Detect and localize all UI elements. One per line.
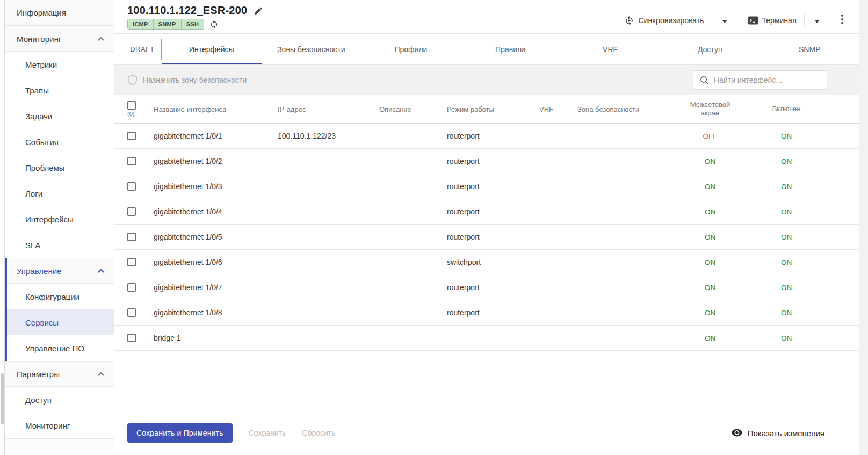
table-row[interactable]: gigabitethernet 1/0/5 routerport ON ON (114, 225, 859, 250)
tab-vrf[interactable]: VRF (560, 34, 660, 64)
row-checkbox[interactable] (127, 132, 136, 140)
chevron-up-icon (98, 37, 104, 41)
sidebar-section-label: Мониторинг (17, 34, 61, 44)
terminal-dropdown-button[interactable] (810, 12, 824, 28)
sidebar-item-interfaces[interactable]: Интерфейсы (5, 206, 114, 232)
sidebar-section-parameters[interactable]: Параметры (5, 361, 114, 387)
row-checkbox[interactable] (127, 334, 136, 342)
tab-rules[interactable]: Правила (461, 34, 561, 64)
sidebar-item-label: Интерфейсы (25, 215, 74, 224)
refresh-icon[interactable] (209, 20, 219, 29)
sidebar-item-information[interactable]: Информация (5, 0, 114, 26)
sidebar-group-management: Управление Конфигурации Сервисы Управлен… (5, 258, 114, 361)
sidebar-item-tasks[interactable]: Задачи (5, 103, 114, 129)
row-checkbox[interactable] (127, 157, 136, 165)
reset-button[interactable]: Сбросить (302, 429, 335, 437)
sidebar-item-access[interactable]: Доступ (5, 387, 114, 413)
table-row[interactable]: gigabitethernet 1/0/8 routerport ON ON (114, 300, 859, 326)
interface-name: bridge 1 (154, 334, 278, 342)
row-checkbox[interactable] (127, 283, 136, 292)
chevron-down-icon (722, 16, 727, 25)
assign-zone-button[interactable]: Назначить зону безопасности (127, 75, 247, 86)
tab-label: DRAFT (130, 45, 154, 53)
save-button[interactable]: Сохранить (249, 429, 286, 437)
table-row[interactable]: gigabitethernet 1/0/6 switchport ON ON (114, 250, 859, 275)
row-checkbox[interactable] (127, 182, 136, 191)
sidebar-item-sla[interactable]: SLA (5, 232, 114, 258)
table-row[interactable]: gigabitethernet 1/0/3 routerport ON ON (114, 174, 859, 199)
sync-icon (624, 16, 634, 26)
mode: routerport (447, 283, 539, 292)
table-row[interactable]: gigabitethernet 1/0/1 100.110.1.122/23 r… (114, 124, 859, 149)
tab-access[interactable]: Доступ (660, 34, 760, 64)
tab-security-zones[interactable]: Зоны безопасности (262, 34, 361, 64)
row-checkbox[interactable] (127, 233, 136, 241)
synchronize-dropdown-button[interactable] (718, 12, 732, 28)
sidebar-item-metrics[interactable]: Метрики (5, 52, 114, 77)
table-toolbar: Назначить зону безопасности (114, 65, 859, 95)
mode: routerport (447, 157, 539, 165)
row-checkbox[interactable] (127, 258, 136, 266)
show-changes-button[interactable]: Показать изменения (731, 429, 824, 438)
search-input[interactable] (714, 76, 820, 84)
sidebar-section-monitoring[interactable]: Мониторинг (5, 26, 114, 52)
firewall-status: ON (672, 233, 748, 241)
tab-draft[interactable]: DRAFT (124, 34, 161, 64)
column-header-ip: IP-адрес (278, 105, 379, 113)
sidebar-item-logs[interactable]: Логи (5, 180, 114, 206)
interface-name: gigabitethernet 1/0/1 (154, 132, 278, 140)
ip-address: 100.110.1.122/23 (278, 132, 379, 140)
synchronize-button[interactable]: Синхронизировать (622, 12, 706, 29)
tab-interfaces[interactable]: Интерфейсы (162, 34, 262, 64)
sidebar-item-label: Информация (17, 8, 66, 17)
sidebar-scrollbar[interactable] (0, 0, 5, 455)
tab-label: Доступ (698, 45, 722, 54)
firewall-status: ON (672, 284, 748, 292)
sidebar-item-configurations[interactable]: Конфигурации (7, 284, 114, 309)
table-row[interactable]: gigabitethernet 1/0/7 routerport ON ON (114, 275, 859, 300)
table-row[interactable]: bridge 1 ON ON (114, 326, 859, 351)
sidebar-item-services[interactable]: Сервисы (7, 309, 114, 335)
sidebar-item-label: Конфигурации (25, 292, 79, 301)
more-options-button[interactable] (838, 12, 847, 28)
tab-label: Зоны безопасности (277, 45, 345, 54)
header-actions: Синхронизировать Терминал (622, 8, 847, 33)
tab-snmp[interactable]: SNMP (760, 34, 859, 64)
mode: routerport (447, 132, 539, 140)
sidebar-item-label: Доступ (25, 395, 52, 405)
kebab-menu-icon (841, 15, 843, 26)
sidebar-item-label: Логи (25, 189, 42, 198)
sidebar-item-label: Управление ПО (25, 344, 84, 353)
sidebar-item-monitoring-settings[interactable]: Мониторинг (5, 413, 114, 438)
tab-label: Интерфейсы (189, 45, 234, 54)
sidebar-item-label: SLA (25, 241, 40, 250)
save-and-apply-button[interactable]: Сохранить и Применить (127, 423, 233, 443)
device-info: 100.110.1.122_ESR-200 ICMP SNMP SSH (127, 4, 263, 33)
enabled-status: ON (748, 183, 825, 191)
table-row[interactable]: gigabitethernet 1/0/4 routerport ON ON (114, 199, 859, 225)
interface-name: gigabitethernet 1/0/4 (154, 207, 278, 216)
firewall-status: ON (672, 309, 748, 317)
sidebar-scrollbar-thumb[interactable] (1, 373, 4, 424)
row-checkbox[interactable] (127, 207, 136, 216)
row-checkbox[interactable] (127, 308, 136, 317)
column-header-zone: Зона безопасности (577, 105, 672, 113)
terminal-button[interactable]: Терминал (746, 13, 799, 28)
page-scrollbar[interactable] (859, 0, 868, 455)
interface-name: gigabitethernet 1/0/3 (154, 182, 278, 191)
chevron-up-icon (98, 269, 104, 273)
sidebar-item-events[interactable]: События (5, 129, 114, 155)
mode: switchport (447, 258, 539, 266)
sidebar-item-problems[interactable]: Проблемы (5, 155, 114, 180)
edit-title-icon[interactable] (254, 6, 263, 16)
tab-profiles[interactable]: Профили (361, 34, 461, 64)
table-row[interactable]: gigabitethernet 1/0/2 routerport ON ON (114, 149, 859, 174)
enabled-status: ON (748, 157, 825, 165)
search-icon (700, 76, 709, 85)
select-all-checkbox[interactable] (127, 101, 136, 110)
sidebar-section-management[interactable]: Управление (7, 258, 114, 284)
mode: routerport (447, 233, 539, 241)
sidebar-item-software-management[interactable]: Управление ПО (7, 335, 114, 361)
mode: routerport (447, 308, 539, 317)
sidebar-item-traps[interactable]: Трапы (5, 77, 114, 103)
